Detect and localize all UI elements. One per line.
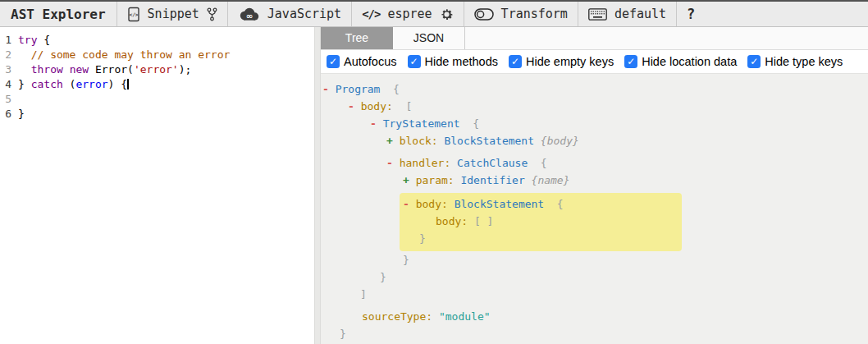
tab-tree[interactable]: Tree — [321, 27, 393, 49]
code-token-plain: ) { — [108, 78, 127, 90]
collapse-toggle-icon[interactable]: - — [370, 117, 383, 130]
tree-line: - body: [ — [321, 98, 868, 115]
tree-line: } — [400, 230, 682, 247]
code-line-text: try { — [18, 33, 50, 48]
checkbox-checked-icon[interactable]: ✓ — [327, 55, 340, 68]
code-token-plain — [63, 63, 70, 76]
panel-tabs: TreeJSON — [321, 27, 868, 50]
highlighted-node[interactable]: - body: BlockStatement {body: [ ]} — [400, 193, 682, 251]
parser-button[interactable]: </> espree — [351, 2, 463, 26]
collapse-toggle-icon[interactable]: - — [348, 100, 361, 112]
tree-punctuation: } — [340, 328, 346, 340]
tree-line: - handler: CatchClause { — [321, 154, 868, 172]
checkbox-checked-icon[interactable]: ✓ — [624, 55, 637, 68]
tree-line: } — [321, 325, 868, 342]
tree-punctuation: } — [380, 271, 386, 283]
tree-line: - Program { — [321, 80, 868, 98]
option-hide-empty-keys[interactable]: ✓Hide empty keys — [509, 55, 614, 68]
code-token-plain: Error( — [89, 63, 134, 76]
hidden-keys-hint: {body} — [534, 135, 579, 147]
tree-line: body: [ ] — [400, 213, 682, 230]
help-button[interactable]: ? — [676, 2, 705, 26]
option-hide-methods[interactable]: ✓Hide methods — [408, 55, 498, 68]
svg-text:</>: </> — [129, 11, 138, 17]
line-number: 5 — [0, 92, 11, 107]
cloud-icon: ∞ — [238, 7, 260, 21]
node-key: body: — [436, 215, 468, 227]
tab-json[interactable]: JSON — [393, 27, 465, 49]
collapse-toggle-icon[interactable]: - — [403, 198, 416, 210]
code-line-text: throw new Error('error'); — [18, 62, 191, 77]
tree-punctuation: } — [419, 232, 426, 245]
code-token-plain — [18, 63, 31, 76]
tree-punctuation: [ — [393, 100, 412, 112]
code-token-plain: ( — [63, 78, 76, 90]
code-line: 6} — [0, 107, 314, 122]
tree-punctuation: { — [544, 198, 563, 210]
code-token-str: 'error' — [134, 63, 179, 76]
tree-space — [450, 157, 457, 169]
toggle-off-icon — [474, 8, 494, 21]
option-autofocus[interactable]: ✓Autofocus — [327, 55, 397, 68]
svg-text:∞: ∞ — [245, 11, 252, 21]
help-icon: ? — [687, 6, 695, 22]
code-token-plain — [18, 48, 31, 61]
option-label: Hide location data — [642, 55, 737, 68]
node-type[interactable]: Identifier — [460, 174, 524, 186]
code-line: 1try { — [0, 33, 314, 48]
text-cursor — [127, 79, 129, 89]
code-line-text: // some code may throw an error — [18, 48, 230, 62]
code-brackets-icon: </> — [362, 7, 380, 21]
checkbox-checked-icon[interactable]: ✓ — [509, 55, 522, 68]
node-key: body: — [361, 100, 393, 112]
app-title-label: AST Explorer — [11, 7, 106, 22]
line-number: 2 — [0, 48, 11, 62]
panel-resize-divider[interactable] — [314, 27, 321, 344]
collapse-toggle-icon[interactable]: - — [322, 83, 336, 95]
code-line: 4} catch (error) { — [0, 77, 314, 92]
ast-tree: - Program {- body: [- TryStatement {+ bl… — [321, 74, 868, 344]
node-key: handler: — [400, 157, 451, 169]
code-token-plain: ); — [179, 63, 192, 76]
ast-panel: TreeJSON ✓Autofocus✓Hide methods✓Hide em… — [321, 27, 868, 344]
tree-line: } — [321, 268, 868, 286]
expand-toggle-icon[interactable]: + — [403, 174, 416, 186]
tree-punctuation: ] — [360, 288, 367, 300]
tree-line: ] — [321, 286, 868, 303]
code-token-kw: new — [70, 63, 89, 76]
tree-punctuation: { — [528, 157, 546, 169]
node-type[interactable]: Program — [336, 83, 381, 95]
line-number: 6 — [0, 107, 11, 122]
transform-toggle-label: Transform — [501, 7, 568, 21]
option-hide-location-data[interactable]: ✓Hide location data — [624, 55, 737, 68]
snippet-button[interactable]: </> Snippet — [116, 2, 227, 26]
code-token-plain: } — [18, 108, 25, 120]
node-type[interactable]: BlockStatement — [455, 198, 545, 210]
node-key: body: — [416, 198, 448, 210]
expand-toggle-icon[interactable]: + — [386, 135, 400, 147]
node-value: "module" — [432, 310, 490, 323]
line-number: 4 — [0, 77, 11, 92]
git-fork-icon[interactable] — [207, 7, 217, 21]
ast-explorer-app: AST Explorer </> Snippet — [0, 0, 868, 344]
code-editor[interactable]: 1try {2 // some code may throw an error3… — [0, 27, 314, 344]
gear-icon[interactable] — [440, 7, 454, 21]
node-type[interactable]: TryStatement — [383, 117, 460, 130]
file-code-icon: </> — [127, 7, 140, 22]
checkbox-checked-icon[interactable]: ✓ — [408, 55, 421, 68]
tree-line: + param: Identifier {name} — [321, 172, 868, 189]
transform-toggle-button[interactable]: Transform — [464, 2, 578, 26]
keybinding-button[interactable]: default — [578, 2, 676, 26]
node-type[interactable]: CatchClause — [457, 157, 528, 169]
category-button[interactable]: ∞ JavaScript — [227, 2, 351, 26]
tree-options: ✓Autofocus✓Hide methods✓Hide empty keys✓… — [321, 50, 868, 74]
checkbox-checked-icon[interactable]: ✓ — [747, 55, 761, 68]
collapse-toggle-icon[interactable]: - — [386, 157, 400, 169]
option-label: Autofocus — [344, 55, 397, 68]
tree-punctuation: { — [460, 117, 479, 130]
tree-line: + block: BlockStatement {body} — [321, 132, 868, 149]
option-label: Hide empty keys — [526, 55, 614, 68]
code-token-plain: } — [18, 78, 31, 90]
node-type[interactable]: BlockStatement — [444, 135, 534, 147]
option-hide-type-keys[interactable]: ✓Hide type keys — [747, 55, 843, 68]
